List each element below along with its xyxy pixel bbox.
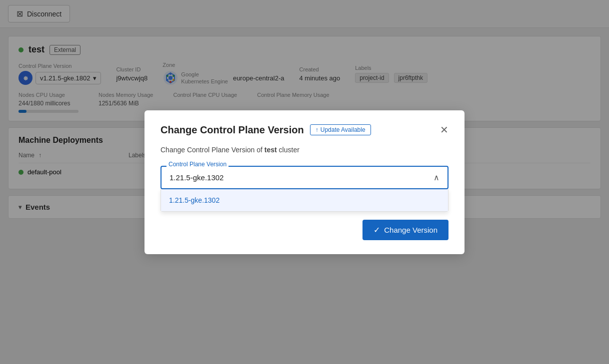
update-available-badge: ↑ Update Available (310, 124, 371, 135)
version-dropdown[interactable]: 1.21.5-gke.1302 ∧ (160, 166, 448, 189)
modal-overlay: Change Control Plane Version ↑ Update Av… (0, 0, 609, 364)
update-badge-text: Update Available (320, 126, 366, 133)
dropdown-chevron-icon: ∧ (434, 173, 440, 182)
check-icon: ✓ (374, 225, 380, 235)
dropdown-label: Control Plane Version (166, 161, 228, 168)
modal-footer: ✓ Change Version (160, 220, 448, 240)
selected-version-text: 1.21.5-gke.1302 (170, 173, 224, 182)
modal-cluster-name: test (264, 146, 277, 154)
dropdown-container: Control Plane Version 1.21.5-gke.1302 ∧ … (160, 166, 448, 212)
modal-description: Change Control Plane Version of test clu… (160, 146, 448, 154)
modal-dialog: Change Control Plane Version ↑ Update Av… (144, 110, 464, 254)
change-version-button[interactable]: ✓ Change Version (362, 220, 448, 240)
modal-desc-suffix: cluster (277, 146, 300, 154)
change-version-label: Change Version (384, 226, 438, 234)
modal-header: Change Control Plane Version ↑ Update Av… (160, 124, 448, 136)
modal-desc-prefix: Change Control Plane Version of (160, 146, 264, 154)
modal-title: Change Control Plane Version (160, 124, 304, 136)
dropdown-options-list: 1.21.5-gke.1302 (160, 189, 448, 212)
update-arrow-icon: ↑ (316, 126, 318, 133)
modal-close-button[interactable]: ✕ (440, 125, 448, 135)
dropdown-option-1[interactable]: 1.21.5-gke.1302 (161, 189, 448, 211)
modal-title-row: Change Control Plane Version ↑ Update Av… (160, 124, 371, 136)
